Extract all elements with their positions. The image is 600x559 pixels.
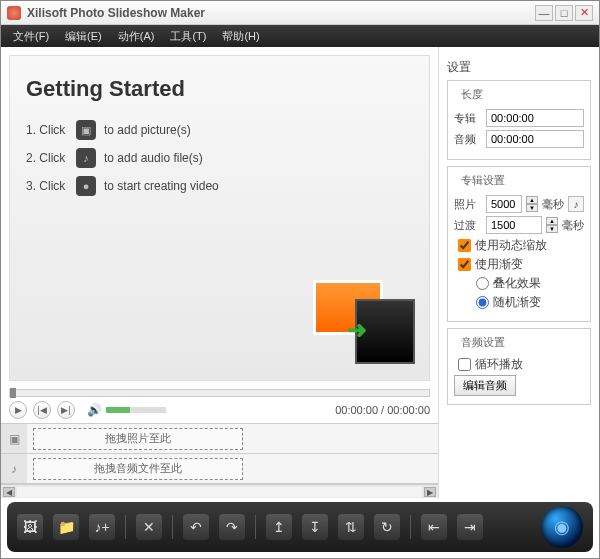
length-legend: 长度 — [458, 87, 486, 102]
step-1-label: 1. Click — [26, 123, 68, 137]
scroll-track[interactable] — [17, 487, 422, 497]
trans-spin-up[interactable]: ▲ — [546, 217, 558, 225]
settings-header: 设置 — [447, 59, 591, 76]
photo-track-icon: ▣ — [1, 424, 27, 454]
menu-help[interactable]: 帮助(H) — [214, 29, 267, 44]
volume-slider[interactable] — [106, 407, 166, 413]
menu-edit[interactable]: 编辑(E) — [57, 29, 110, 44]
step-3-label: 3. Click — [26, 179, 68, 193]
create-video-icon: ● — [76, 176, 96, 196]
preview-canvas: Getting Started 1. Click ▣ to add pictur… — [9, 55, 430, 381]
use-fade-checkbox[interactable] — [458, 258, 471, 271]
music-note-button[interactable]: ♪ — [568, 196, 584, 212]
menu-tool[interactable]: 工具(T) — [162, 29, 214, 44]
toolbar-separator-4 — [410, 515, 411, 539]
audio-settings-fieldset: 音频设置 循环播放 编辑音频 — [447, 328, 591, 405]
album-settings-legend: 专辑设置 — [458, 173, 508, 188]
step-2-label: 2. Click — [26, 151, 68, 165]
add-picture-icon: ▣ — [76, 120, 96, 140]
create-video-button[interactable]: ◉ — [541, 506, 583, 548]
preview-graphic: ➜ — [307, 278, 417, 368]
content-area: Getting Started 1. Click ▣ to add pictur… — [1, 47, 599, 498]
arrow-icon: ➜ — [347, 316, 367, 344]
edit-audio-button[interactable]: 编辑音频 — [454, 375, 516, 396]
menu-action[interactable]: 动作(A) — [110, 29, 163, 44]
next-button[interactable]: ▶| — [57, 401, 75, 419]
album-length-label: 专辑 — [454, 111, 482, 126]
photo-track[interactable]: 拖拽照片至此 — [27, 424, 438, 454]
scroll-right-button[interactable]: ▶ — [424, 487, 436, 497]
fade-mode-group: 叠化效果 随机渐变 — [472, 275, 584, 311]
track-rows: 拖拽照片至此 拖拽音频文件至此 — [27, 424, 438, 484]
toolbar-separator-2 — [172, 515, 173, 539]
album-length-input[interactable] — [486, 109, 584, 127]
timeline-scrollbar[interactable]: ◀ ▶ — [1, 484, 438, 498]
minimize-button[interactable]: — — [535, 5, 553, 21]
dynamic-zoom-label: 使用动态缩放 — [475, 237, 547, 254]
step-3: 3. Click ● to start creating video — [26, 176, 413, 196]
app-logo-icon — [7, 6, 21, 20]
refresh-button[interactable]: ↻ — [374, 514, 400, 540]
main-panel: Getting Started 1. Click ▣ to add pictur… — [1, 47, 439, 498]
last-button[interactable]: ⇥ — [457, 514, 483, 540]
speaker-icon[interactable]: 🔊 — [87, 403, 102, 417]
swap-button[interactable]: ⇅ — [338, 514, 364, 540]
time-display: 00:00:00 / 00:00:00 — [335, 404, 430, 416]
length-fieldset: 长度 专辑 音频 — [447, 80, 591, 160]
add-folder-button[interactable]: 📁 — [53, 514, 79, 540]
step-1-text: to add picture(s) — [104, 123, 191, 137]
app-window: Xilisoft Photo Slideshow Maker — □ ✕ 文件(… — [0, 0, 600, 559]
scrub-bar[interactable] — [9, 389, 430, 397]
settings-sidebar: 设置 长度 专辑 音频 专辑设置 照片 ▲ — [439, 47, 599, 498]
scroll-left-button[interactable]: ◀ — [3, 487, 15, 497]
photo-spin-up[interactable]: ▲ — [526, 196, 538, 204]
track-icons-column: ▣ ♪ — [1, 424, 27, 484]
overlay-label: 叠化效果 — [493, 275, 541, 292]
audio-length-label: 音频 — [454, 132, 482, 147]
play-button[interactable]: ▶ — [9, 401, 27, 419]
trans-spin-down[interactable]: ▼ — [546, 225, 558, 233]
random-fade-label: 随机渐变 — [493, 294, 541, 311]
scrub-thumb[interactable] — [10, 388, 16, 398]
transition-spinner: ▲ ▼ — [546, 217, 558, 233]
toolbar-separator-3 — [255, 515, 256, 539]
add-music-button[interactable]: ♪+ — [89, 514, 115, 540]
menu-bar: 文件(F) 编辑(E) 动作(A) 工具(T) 帮助(H) — [1, 25, 599, 47]
random-fade-radio[interactable] — [476, 296, 489, 309]
audio-drop-zone[interactable]: 拖拽音频文件至此 — [33, 458, 243, 480]
photo-duration-input[interactable] — [486, 195, 522, 213]
prev-button[interactable]: |◀ — [33, 401, 51, 419]
step-1: 1. Click ▣ to add picture(s) — [26, 120, 413, 140]
add-image-button[interactable]: 🖼 — [17, 514, 43, 540]
audio-track[interactable]: 拖拽音频文件至此 — [27, 454, 438, 484]
photo-drop-zone[interactable]: 拖拽照片至此 — [33, 428, 243, 450]
move-up-button[interactable]: ↥ — [266, 514, 292, 540]
add-audio-icon: ♪ — [76, 148, 96, 168]
audio-track-icon: ♪ — [1, 454, 27, 484]
transition-duration-input[interactable] — [486, 216, 542, 234]
step-2: 2. Click ♪ to add audio file(s) — [26, 148, 413, 168]
photo-spin-down[interactable]: ▼ — [526, 204, 538, 212]
player-controls: ▶ |◀ ▶| 🔊 00:00:00 / 00:00:00 — [1, 397, 438, 423]
volume-control: 🔊 — [87, 403, 166, 417]
rotate-right-button[interactable]: ↷ — [219, 514, 245, 540]
title-bar: Xilisoft Photo Slideshow Maker — □ ✕ — [1, 1, 599, 25]
getting-started-heading: Getting Started — [26, 76, 413, 102]
transition-duration-unit: 毫秒 — [562, 218, 584, 233]
first-button[interactable]: ⇤ — [421, 514, 447, 540]
delete-button[interactable]: ✕ — [136, 514, 162, 540]
close-button[interactable]: ✕ — [575, 5, 593, 21]
audio-length-input[interactable] — [486, 130, 584, 148]
album-settings-fieldset: 专辑设置 照片 ▲ ▼ 毫秒 ♪ 过渡 ▲ ▼ — [447, 166, 591, 322]
step-3-text: to start creating video — [104, 179, 219, 193]
use-fade-label: 使用渐变 — [475, 256, 523, 273]
overlay-radio[interactable] — [476, 277, 489, 290]
rotate-left-button[interactable]: ↶ — [183, 514, 209, 540]
dynamic-zoom-checkbox[interactable] — [458, 239, 471, 252]
maximize-button[interactable]: □ — [555, 5, 573, 21]
loop-label: 循环播放 — [475, 356, 523, 373]
bottom-toolbar: 🖼 📁 ♪+ ✕ ↶ ↷ ↥ ↧ ⇅ ↻ ⇤ ⇥ ◉ — [7, 502, 593, 552]
menu-file[interactable]: 文件(F) — [5, 29, 57, 44]
move-down-button[interactable]: ↧ — [302, 514, 328, 540]
loop-checkbox[interactable] — [458, 358, 471, 371]
